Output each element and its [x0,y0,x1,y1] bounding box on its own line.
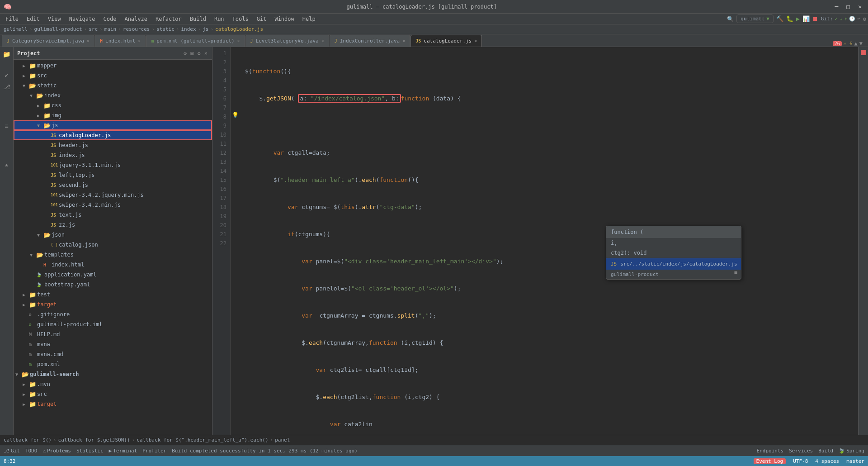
tree-item-src-search[interactable]: ▶ 📁 src [14,389,212,399]
breadcrumb-bottom-item-1[interactable]: callback for $.getJSON() [58,437,130,443]
menu-window[interactable]: Window [271,15,297,23]
tree-item-iml[interactable]: ▶ ⚙ gulimall-product.iml [14,319,212,329]
spring-tab[interactable]: 🍃 Spring [839,448,864,454]
profile-icon[interactable]: 📊 [802,15,810,22]
services-tab[interactable]: Services [789,448,813,454]
popup-file-row[interactable]: JS src/../static/index/js/catalogLoader.… [606,258,741,270]
tree-item-pomxml[interactable]: ▶ m pom.xml [14,359,212,369]
tree-item-static[interactable]: ▼ 📂 static [14,81,212,90]
menu-build[interactable]: Build [186,15,210,23]
vcs-update-icon[interactable]: ↓ [840,16,843,22]
tree-item-img[interactable]: ▶ 📁 img [14,110,212,120]
breadcrumb-main[interactable]: main [104,26,117,32]
breadcrumb-src[interactable]: src [89,26,98,32]
tree-item-textjs[interactable]: ▶ JS text.js [14,210,212,220]
tree-item-zzjs[interactable]: ▶ JS zz.js [14,220,212,230]
menu-code[interactable]: Code [100,15,120,23]
status-indent[interactable]: 4 spaces [815,458,839,464]
search-icon[interactable]: 🔍 [727,16,734,22]
project-view-icon[interactable]: 📁 [1,49,12,60]
tree-item-lefttopjs[interactable]: ▶ JS left,top.js [14,170,212,180]
status-encoding[interactable]: UTF-8 [793,458,808,464]
locate-icon[interactable]: ⊙ [183,49,188,57]
status-line[interactable]: 8:32 [4,458,16,464]
menu-analyze[interactable]: Analyze [121,15,151,23]
todo-tab[interactable]: TODO [25,448,38,454]
tree-item-catalogjson[interactable]: ▶ { } catalog.json [14,240,212,250]
statistic-tab[interactable]: Statistic [76,448,104,454]
vcs-icon[interactable]: ⎇ [1,81,12,92]
breadcrumb-static[interactable]: static [156,26,175,32]
menu-git[interactable]: Git [253,15,270,23]
vcs-push-icon[interactable]: ↑ [844,16,848,22]
tree-item-headerjs[interactable]: ▶ JS header.js [14,140,212,150]
build-icon[interactable]: 🔨 [776,15,783,22]
tree-item-bootstrapyaml[interactable]: ▶ 🍃 bootstrap.yaml [14,280,212,290]
breadcrumb-resources[interactable]: resources [123,26,150,32]
commit-icon[interactable]: ✔ [1,70,12,81]
profiler-tab[interactable]: Profiler [142,448,166,454]
panel-settings-icon[interactable]: ⚙ [197,49,202,57]
breadcrumb-root[interactable]: gulimall [4,26,28,32]
menu-view[interactable]: View [44,15,65,23]
tree-item-secendjs[interactable]: ▶ JS secend.js [14,180,212,190]
favorites-icon[interactable]: ★ [1,159,12,170]
tree-item-test[interactable]: ▶ 📁 test [14,290,212,300]
tab-close-1[interactable]: × [138,38,141,43]
tab-close-5[interactable]: × [474,38,477,43]
tree-item-swiperjq[interactable]: ▶ 101 swiper-3.4.2.jquery.min.js [14,190,212,200]
collapse-icon[interactable]: ⊟ [189,49,194,57]
code-scroll-area[interactable]: 1 2 3 4 5 6 7 8 9 10 11 12 13 14 15 16 1… [212,47,858,435]
tab-close-4[interactable]: × [402,38,405,43]
breadcrumb-bottom-item-3[interactable]: panel [275,437,290,443]
maximize-btn[interactable]: □ [844,2,853,11]
breadcrumb-file[interactable]: catalogLoader.js [215,26,263,32]
tab-close-0[interactable]: × [87,38,90,43]
structure-icon[interactable]: ≡ [1,120,12,131]
tree-item-gulimall-search[interactable]: ▼ 📂 gulimall-search [14,369,212,379]
tree-item-gitignore[interactable]: ▶ ⚙ .gitignore [14,309,212,319]
tree-item-mvnw[interactable]: ▶ m mvnw [14,339,212,349]
settings-icon[interactable]: ⚙ [863,16,866,22]
status-branch[interactable]: master [846,458,864,464]
tab-indexhtml[interactable]: H index.html × [95,35,146,47]
gutter-up-btn[interactable]: ▲ [854,40,858,47]
tree-item-json-folder[interactable]: ▼ 📂 json [14,230,212,240]
menu-edit[interactable]: Edit [23,15,43,23]
terminal-tab[interactable]: ▶ Terminal [109,448,137,454]
gutter-down-btn[interactable]: ▼ [859,40,863,47]
vcs-rollback-icon[interactable]: ↩ [857,16,860,22]
tab-close-2[interactable]: × [237,38,240,43]
tree-item-css[interactable]: ▶ 📁 css [14,100,212,110]
tree-container[interactable]: ▶ 📁 mapper ▶ 📁 src ▼ 📂 static ▼ 📂 index [14,60,212,435]
bulb-icon[interactable]: 💡 [232,112,239,118]
menu-help[interactable]: Help [299,15,319,23]
git-tab[interactable]: ⎇ Git [4,448,20,454]
tree-item-catalogloader[interactable]: ▶ JS catalogLoader.js [14,130,212,140]
menu-file[interactable]: File [2,15,22,23]
tree-item-helpmd[interactable]: ▶ M HELP.md [14,329,212,339]
menu-refactor[interactable]: Refactor [152,15,185,23]
build-tab[interactable]: Build [818,448,833,454]
tab-catalogloader[interactable]: JS catalogLoader.js × [410,35,482,47]
tree-item-js[interactable]: ▼ 📂 js [14,120,212,130]
tree-item-mvnwcmd[interactable]: ▶ m mvnw.cmd [14,349,212,359]
vcs-history-icon[interactable]: 🕐 [849,16,855,22]
tree-item-appyaml[interactable]: ▶ 🍃 application.yaml [14,270,212,280]
tree-item-indexhtml[interactable]: ▶ H index.html [14,260,212,270]
tree-item-mapper[interactable]: ▶ 📁 mapper [14,61,212,71]
menu-navigate[interactable]: Navigate [66,15,99,23]
menu-tools[interactable]: Tools [229,15,252,23]
breadcrumb-bottom-item-2[interactable]: callback for $(".header_main_left_a").ea… [137,437,268,443]
code-content[interactable]: $(function(){ $.getJSON( a: "/index/cata… [240,47,858,435]
menu-run[interactable]: Run [211,15,228,23]
tab-categoryserviceimpl[interactable]: J CategoryServiceImpl.java × [2,35,94,47]
tree-item-index[interactable]: ▼ 📂 index [14,90,212,100]
tree-item-indexjs[interactable]: ▶ JS index.js [14,150,212,160]
vcs-check-icon[interactable]: ✓ [835,16,838,22]
tab-close-3[interactable]: × [321,38,324,43]
run-icon[interactable]: ▶ [796,15,800,22]
tree-item-templates[interactable]: ▼ 📂 templates [14,250,212,260]
panel-close-icon[interactable]: × [203,49,208,57]
tree-item-mvn[interactable]: ▶ 📁 .mvn [14,379,212,389]
